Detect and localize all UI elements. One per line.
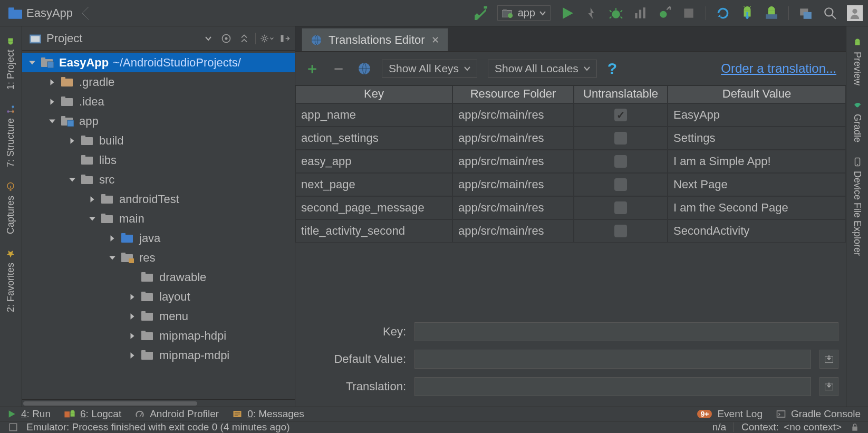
search-everywhere-button[interactable] <box>823 6 837 21</box>
col-default[interactable]: Default Value <box>668 85 846 103</box>
cell-default-value[interactable]: I am a Simple App! <box>668 150 846 173</box>
cell-folder[interactable]: app/src/main/res <box>452 103 574 127</box>
bottom-tab-logcat[interactable]: 6: Logcat <box>64 408 121 420</box>
hide-panel-button[interactable] <box>278 32 292 45</box>
rail-preview[interactable]: Preview <box>851 31 864 93</box>
rail-device-file-explorer[interactable]: Device File Explorer <box>851 150 864 263</box>
expand-toggle[interactable] <box>46 96 58 108</box>
cell-folder[interactable]: app/src/main/res <box>452 173 574 196</box>
avd-manager-button[interactable] <box>740 6 755 21</box>
expand-toggle[interactable] <box>46 76 58 88</box>
expand-toggle[interactable] <box>46 116 58 127</box>
cell-default-value[interactable]: EasyApp <box>668 103 846 127</box>
status-icon[interactable] <box>7 421 19 433</box>
expand-toggle[interactable] <box>86 213 98 225</box>
locales-filter-dropdown[interactable]: Show All Locales <box>488 60 597 78</box>
col-key[interactable]: Key <box>295 85 452 103</box>
cell-key[interactable]: action_settings <box>295 127 452 150</box>
tree-root[interactable]: EasyApp~/AndroidStudioProjects/ <box>22 53 295 72</box>
project-panel-title[interactable]: Project <box>46 32 82 45</box>
tree-node--gradle[interactable]: .gradle <box>22 72 295 92</box>
tree-node-layout[interactable]: layout <box>22 287 295 306</box>
bottom-tab-event-log[interactable]: 9+ Event Log <box>697 408 763 420</box>
tree-node--idea[interactable]: .idea <box>22 92 295 111</box>
debug-button[interactable] <box>609 6 623 21</box>
keys-filter-dropdown[interactable]: Show All Keys <box>382 60 477 78</box>
cell-folder[interactable]: app/src/main/res <box>452 196 574 219</box>
memory-lock-icon[interactable] <box>849 421 861 433</box>
tree-node-src[interactable]: src <box>22 170 295 189</box>
sync-gradle-button[interactable] <box>716 6 730 21</box>
cell-folder[interactable]: app/src/main/res <box>452 150 574 173</box>
help-button[interactable]: ? <box>607 60 617 78</box>
cell-untranslatable[interactable] <box>574 127 668 150</box>
expand-toggle[interactable] <box>127 272 138 283</box>
add-key-button[interactable]: ＋ <box>305 59 320 79</box>
bottom-tab-profiler[interactable]: Android Profiler <box>135 408 219 420</box>
make-project-button[interactable] <box>473 6 488 21</box>
rail-structure[interactable]: 7: Structure <box>4 97 17 175</box>
apply-changes-button[interactable] <box>584 6 599 21</box>
checkbox[interactable] <box>614 225 627 237</box>
tree-node-java[interactable]: java <box>22 228 295 248</box>
tree-node-androidtest[interactable]: androidTest <box>22 189 295 209</box>
rail-gradle[interactable]: Gradle <box>851 93 864 150</box>
checkbox[interactable] <box>614 132 627 145</box>
bottom-tab-run[interactable]: 4: Run <box>7 408 51 420</box>
expand-toggle[interactable] <box>107 233 118 244</box>
cell-default-value[interactable]: Settings <box>668 127 846 150</box>
rail-captures[interactable]: Captures <box>4 175 17 242</box>
expand-toggle[interactable] <box>127 350 138 361</box>
breadcrumb-project[interactable]: EasyApp <box>26 6 73 20</box>
order-translation-link[interactable]: Order a translation... <box>721 61 836 76</box>
attach-debugger-button[interactable] <box>657 6 672 21</box>
expand-toggle[interactable] <box>66 155 78 166</box>
rail-favorites[interactable]: 2: Favorites <box>4 242 17 320</box>
expand-toggle[interactable] <box>66 174 78 186</box>
context-value[interactable]: <no context> <box>784 421 842 432</box>
cell-untranslatable[interactable] <box>574 103 668 127</box>
close-tab-button[interactable]: ✕ <box>431 34 439 46</box>
col-folder[interactable]: Resource Folder <box>452 85 574 103</box>
project-structure-button[interactable] <box>798 6 813 21</box>
table-row[interactable]: action_settingsapp/src/main/resSettings <box>295 127 846 150</box>
cell-untranslatable[interactable] <box>574 150 668 173</box>
default-value-field[interactable] <box>414 350 811 369</box>
cell-key[interactable]: app_name <box>295 103 452 127</box>
cell-key[interactable]: easy_app <box>295 150 452 173</box>
cell-default-value[interactable]: Next Page <box>668 173 846 196</box>
settings-gear-button[interactable] <box>260 32 274 45</box>
bottom-tab-messages[interactable]: 0: Messages <box>233 408 304 420</box>
key-field[interactable] <box>414 322 838 341</box>
checkbox[interactable] <box>614 155 627 168</box>
expand-toggle[interactable] <box>127 291 138 303</box>
checkbox[interactable] <box>614 201 627 214</box>
stop-button[interactable] <box>681 6 696 21</box>
cell-key[interactable]: title_activity_second <box>295 219 452 243</box>
table-row[interactable]: title_activity_secondapp/src/main/resSec… <box>295 219 846 243</box>
tree-node-mipmap-mdpi[interactable]: mipmap-mdpi <box>22 345 295 365</box>
expand-toggle[interactable] <box>26 57 38 69</box>
globe-add-locale-button[interactable] <box>358 62 371 75</box>
tree-node-main[interactable]: main <box>22 209 295 228</box>
expand-toggle[interactable] <box>86 194 98 205</box>
cell-default-value[interactable]: SecondActivity <box>668 219 846 243</box>
horizontal-scrollbar[interactable] <box>22 399 295 407</box>
run-configuration-selector[interactable]: app <box>497 5 551 21</box>
project-tree[interactable]: EasyApp~/AndroidStudioProjects/.gradle.i… <box>22 51 295 399</box>
cell-key[interactable]: next_page <box>295 173 452 196</box>
collapse-all-button[interactable] <box>237 32 251 45</box>
cell-key[interactable]: second_page_message <box>295 196 452 219</box>
table-row[interactable]: next_pageapp/src/main/resNext Page <box>295 173 846 196</box>
cell-folder[interactable]: app/src/main/res <box>452 219 574 243</box>
translation-field[interactable] <box>414 377 811 396</box>
cell-folder[interactable]: app/src/main/res <box>452 127 574 150</box>
run-button[interactable] <box>560 6 575 21</box>
profile-button[interactable] <box>633 6 648 21</box>
table-row[interactable]: app_nameapp/src/main/resEasyApp <box>295 103 846 127</box>
tree-node-res[interactable]: res <box>22 248 295 267</box>
user-avatar[interactable] <box>847 5 863 21</box>
table-row[interactable]: second_page_messageapp/src/main/resI am … <box>295 196 846 219</box>
tree-node-libs[interactable]: libs <box>22 150 295 170</box>
col-untrans[interactable]: Untranslatable <box>574 85 668 103</box>
